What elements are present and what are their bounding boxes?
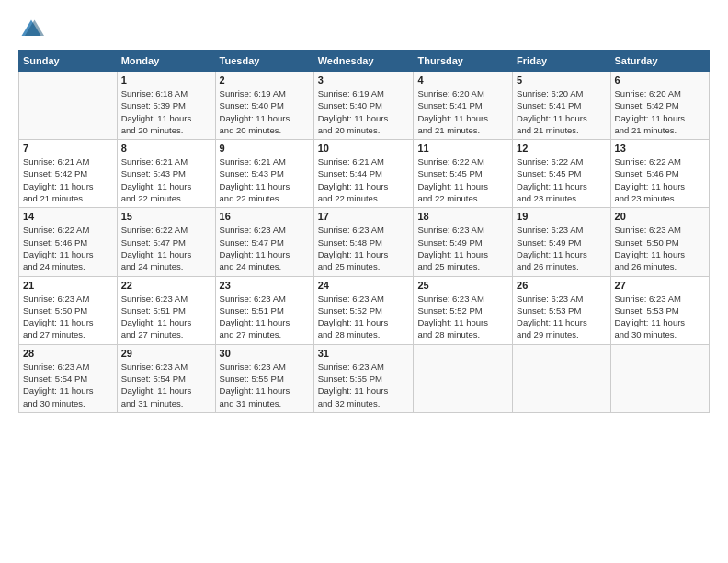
day-number: 3 xyxy=(318,75,410,86)
calendar-cell: 10Sunrise: 6:21 AM Sunset: 5:44 PM Dayli… xyxy=(313,140,414,208)
calendar-cell: 27Sunrise: 6:23 AM Sunset: 5:53 PM Dayli… xyxy=(610,276,709,344)
calendar-cell: 29Sunrise: 6:23 AM Sunset: 5:54 PM Dayli… xyxy=(117,344,215,412)
calendar-cell: 31Sunrise: 6:23 AM Sunset: 5:55 PM Dayli… xyxy=(313,344,414,412)
calendar-cell: 24Sunrise: 6:23 AM Sunset: 5:52 PM Dayli… xyxy=(313,276,414,344)
day-info: Sunrise: 6:23 AM Sunset: 5:50 PM Dayligh… xyxy=(615,224,705,272)
weekday-header-wednesday: Wednesday xyxy=(313,51,414,72)
day-info: Sunrise: 6:23 AM Sunset: 5:54 PM Dayligh… xyxy=(121,361,211,409)
day-number: 25 xyxy=(417,280,508,291)
day-info: Sunrise: 6:23 AM Sunset: 5:48 PM Dayligh… xyxy=(318,224,410,272)
day-info: Sunrise: 6:23 AM Sunset: 5:55 PM Dayligh… xyxy=(318,361,410,409)
day-info: Sunrise: 6:23 AM Sunset: 5:47 PM Dayligh… xyxy=(220,224,310,272)
day-info: Sunrise: 6:23 AM Sunset: 5:54 PM Dayligh… xyxy=(23,361,113,409)
calendar-cell: 7Sunrise: 6:21 AM Sunset: 5:42 PM Daylig… xyxy=(19,140,118,208)
day-info: Sunrise: 6:22 AM Sunset: 5:47 PM Dayligh… xyxy=(121,224,211,272)
calendar-cell: 12Sunrise: 6:22 AM Sunset: 5:45 PM Dayli… xyxy=(513,140,610,208)
day-number: 8 xyxy=(121,143,211,154)
logo-icon xyxy=(18,17,44,42)
day-info: Sunrise: 6:22 AM Sunset: 5:46 PM Dayligh… xyxy=(23,224,113,272)
day-number: 22 xyxy=(121,280,211,291)
weekday-header-friday: Friday xyxy=(513,51,610,72)
day-number: 20 xyxy=(615,211,705,222)
day-info: Sunrise: 6:23 AM Sunset: 5:50 PM Dayligh… xyxy=(23,293,113,341)
day-info: Sunrise: 6:22 AM Sunset: 5:45 PM Dayligh… xyxy=(417,155,508,204)
day-info: Sunrise: 6:19 AM Sunset: 5:40 PM Dayligh… xyxy=(318,87,410,136)
day-number: 2 xyxy=(220,75,310,86)
day-number: 18 xyxy=(417,211,508,222)
weekday-header-monday: Monday xyxy=(117,51,215,72)
day-number: 16 xyxy=(220,211,310,222)
calendar-cell: 25Sunrise: 6:23 AM Sunset: 5:52 PM Dayli… xyxy=(414,276,513,344)
day-number: 10 xyxy=(318,143,410,154)
calendar-cell: 5Sunrise: 6:20 AM Sunset: 5:41 PM Daylig… xyxy=(513,72,610,140)
day-number: 12 xyxy=(517,143,606,154)
header xyxy=(18,17,710,42)
day-info: Sunrise: 6:22 AM Sunset: 5:46 PM Dayligh… xyxy=(615,155,705,204)
day-number: 31 xyxy=(318,348,410,359)
calendar-cell: 20Sunrise: 6:23 AM Sunset: 5:50 PM Dayli… xyxy=(610,208,709,276)
calendar-table: SundayMondayTuesdayWednesdayThursdayFrid… xyxy=(18,50,710,413)
day-number: 30 xyxy=(220,348,310,359)
calendar-cell xyxy=(610,344,709,412)
weekday-header-saturday: Saturday xyxy=(610,51,709,72)
calendar-cell: 22Sunrise: 6:23 AM Sunset: 5:51 PM Dayli… xyxy=(117,276,215,344)
calendar-cell: 19Sunrise: 6:23 AM Sunset: 5:49 PM Dayli… xyxy=(513,208,610,276)
day-info: Sunrise: 6:23 AM Sunset: 5:52 PM Dayligh… xyxy=(318,293,410,341)
day-info: Sunrise: 6:22 AM Sunset: 5:45 PM Dayligh… xyxy=(517,155,606,204)
day-number: 29 xyxy=(121,348,211,359)
calendar-cell: 17Sunrise: 6:23 AM Sunset: 5:48 PM Dayli… xyxy=(313,208,414,276)
calendar-cell: 26Sunrise: 6:23 AM Sunset: 5:53 PM Dayli… xyxy=(513,276,610,344)
day-info: Sunrise: 6:20 AM Sunset: 5:42 PM Dayligh… xyxy=(615,87,705,136)
calendar-cell: 15Sunrise: 6:22 AM Sunset: 5:47 PM Dayli… xyxy=(117,208,215,276)
calendar-week-row: 1Sunrise: 6:18 AM Sunset: 5:39 PM Daylig… xyxy=(19,72,710,140)
day-info: Sunrise: 6:23 AM Sunset: 5:51 PM Dayligh… xyxy=(121,293,211,341)
day-info: Sunrise: 6:23 AM Sunset: 5:49 PM Dayligh… xyxy=(417,224,508,272)
day-number: 5 xyxy=(517,75,606,86)
day-number: 13 xyxy=(615,143,705,154)
calendar-week-row: 21Sunrise: 6:23 AM Sunset: 5:50 PM Dayli… xyxy=(19,276,710,344)
calendar-cell: 30Sunrise: 6:23 AM Sunset: 5:55 PM Dayli… xyxy=(215,344,313,412)
day-number: 17 xyxy=(318,211,410,222)
day-number: 14 xyxy=(23,211,113,222)
calendar-cell: 23Sunrise: 6:23 AM Sunset: 5:51 PM Dayli… xyxy=(215,276,313,344)
day-info: Sunrise: 6:23 AM Sunset: 5:55 PM Dayligh… xyxy=(220,361,310,409)
day-info: Sunrise: 6:23 AM Sunset: 5:49 PM Dayligh… xyxy=(517,224,606,272)
calendar-cell xyxy=(414,344,513,412)
calendar-cell: 13Sunrise: 6:22 AM Sunset: 5:46 PM Dayli… xyxy=(610,140,709,208)
logo-area xyxy=(18,17,48,42)
day-info: Sunrise: 6:21 AM Sunset: 5:44 PM Dayligh… xyxy=(318,155,410,204)
day-info: Sunrise: 6:20 AM Sunset: 5:41 PM Dayligh… xyxy=(517,87,606,136)
calendar-page: SundayMondayTuesdayWednesdayThursdayFrid… xyxy=(0,0,728,563)
calendar-week-row: 28Sunrise: 6:23 AM Sunset: 5:54 PM Dayli… xyxy=(19,344,710,412)
day-info: Sunrise: 6:19 AM Sunset: 5:40 PM Dayligh… xyxy=(220,87,310,136)
weekday-header-tuesday: Tuesday xyxy=(215,51,313,72)
calendar-cell xyxy=(19,72,118,140)
calendar-cell: 2Sunrise: 6:19 AM Sunset: 5:40 PM Daylig… xyxy=(215,72,313,140)
calendar-cell: 1Sunrise: 6:18 AM Sunset: 5:39 PM Daylig… xyxy=(117,72,215,140)
weekday-header-thursday: Thursday xyxy=(414,51,513,72)
calendar-week-row: 7Sunrise: 6:21 AM Sunset: 5:42 PM Daylig… xyxy=(19,140,710,208)
calendar-cell: 3Sunrise: 6:19 AM Sunset: 5:40 PM Daylig… xyxy=(313,72,414,140)
weekday-header-sunday: Sunday xyxy=(19,51,118,72)
day-number: 21 xyxy=(23,280,113,291)
calendar-cell xyxy=(513,344,610,412)
day-number: 24 xyxy=(318,280,410,291)
day-number: 19 xyxy=(517,211,606,222)
calendar-cell: 28Sunrise: 6:23 AM Sunset: 5:54 PM Dayli… xyxy=(19,344,118,412)
day-number: 27 xyxy=(615,280,705,291)
day-info: Sunrise: 6:23 AM Sunset: 5:52 PM Dayligh… xyxy=(417,293,508,341)
day-number: 11 xyxy=(417,143,508,154)
day-info: Sunrise: 6:23 AM Sunset: 5:53 PM Dayligh… xyxy=(615,293,705,341)
day-number: 23 xyxy=(220,280,310,291)
calendar-cell: 18Sunrise: 6:23 AM Sunset: 5:49 PM Dayli… xyxy=(414,208,513,276)
day-number: 28 xyxy=(23,348,113,359)
day-info: Sunrise: 6:20 AM Sunset: 5:41 PM Dayligh… xyxy=(417,87,508,136)
calendar-cell: 6Sunrise: 6:20 AM Sunset: 5:42 PM Daylig… xyxy=(610,72,709,140)
day-number: 9 xyxy=(220,143,310,154)
day-number: 4 xyxy=(417,75,508,86)
day-info: Sunrise: 6:23 AM Sunset: 5:51 PM Dayligh… xyxy=(220,293,310,341)
calendar-cell: 21Sunrise: 6:23 AM Sunset: 5:50 PM Dayli… xyxy=(19,276,118,344)
day-info: Sunrise: 6:23 AM Sunset: 5:53 PM Dayligh… xyxy=(517,293,606,341)
calendar-cell: 11Sunrise: 6:22 AM Sunset: 5:45 PM Dayli… xyxy=(414,140,513,208)
day-number: 26 xyxy=(517,280,606,291)
